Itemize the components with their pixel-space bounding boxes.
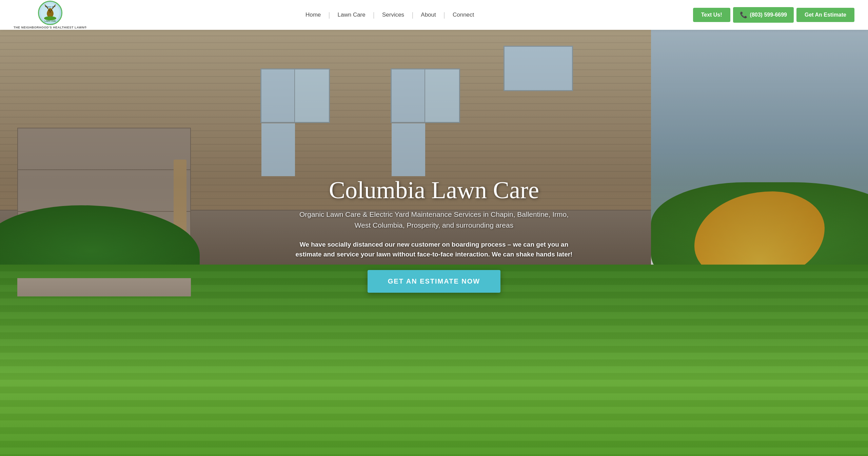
hero-estimate-button[interactable]: GET AN ESTIMATE NOW [368,270,500,293]
hero-title: Columbia Lawn Care [295,177,573,204]
svg-point-10 [48,10,50,11]
logo-image: Clean Air LAWN CARE [38,1,62,25]
nav-link-lawn-care[interactable]: Lawn Care [330,12,373,18]
nav-item-lawn-care[interactable]: Lawn Care [330,12,373,18]
nav-item-connect[interactable]: Connect [445,12,481,18]
nav-link-about[interactable]: About [413,12,443,18]
navbar: Clean Air LAWN CARE [0,0,868,30]
svg-point-12 [49,12,51,13]
nav-link-services[interactable]: Services [375,12,412,18]
phone-button[interactable]: 📞 (803) 599-6699 [733,7,794,23]
logo[interactable]: Clean Air LAWN CARE [14,1,87,29]
text-us-button[interactable]: Text Us! [693,8,730,22]
svg-point-3 [48,8,53,14]
hero-section: Columbia Lawn Care Organic Lawn Care & E… [0,0,868,456]
nav-links: Home | Lawn Care | Services | About | Co… [298,11,481,19]
hero-notice: We have socially distanced our new custo… [295,240,573,259]
get-estimate-button[interactable]: Get An Estimate [796,8,854,22]
nav-link-home[interactable]: Home [298,12,328,18]
phone-number: (803) 599-6699 [750,12,787,18]
logo-tagline: THE NEIGHBORHOOD'S HEALTHIEST LAWN® [14,26,87,29]
svg-point-11 [51,10,52,11]
hero-content: Columbia Lawn Care Organic Lawn Care & E… [281,177,587,293]
svg-text:LAWN CARE: LAWN CARE [44,20,56,22]
hero-subtitle: Organic Lawn Care & Electric Yard Mainte… [295,209,573,230]
navbar-actions: Text Us! 📞 (803) 599-6699 Get An Estimat… [693,7,854,23]
nav-link-connect[interactable]: Connect [445,12,481,18]
phone-icon: 📞 [740,11,747,19]
nav-item-services[interactable]: Services [375,12,412,18]
nav-item-about[interactable]: About [413,12,443,18]
nav-item-home[interactable]: Home [298,12,328,18]
